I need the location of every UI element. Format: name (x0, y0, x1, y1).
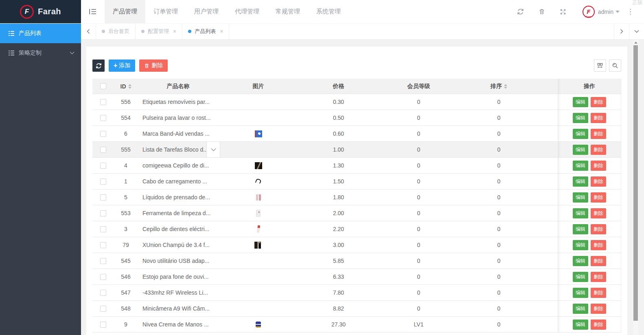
tab[interactable]: 后台首页 (96, 24, 136, 39)
row-checkbox[interactable] (100, 194, 106, 201)
cell-id: 553 (114, 205, 138, 221)
edit-button[interactable]: 编辑 (573, 224, 588, 234)
edit-button[interactable]: 编辑 (573, 240, 588, 250)
tab[interactable]: 配置管理 × (136, 24, 182, 39)
edit-button[interactable]: 编辑 (573, 288, 588, 298)
username-label[interactable]: admin (598, 9, 613, 15)
cell-operations: 编辑 删除 (558, 221, 621, 237)
delete-selected-button[interactable]: 删除 (139, 60, 168, 72)
cell-image (218, 301, 298, 316)
add-button[interactable]: + 添加 (109, 60, 135, 72)
row-delete-button[interactable]: 删除 (591, 288, 606, 298)
table-search-button[interactable] (609, 60, 621, 72)
edit-button[interactable]: 编辑 (573, 97, 588, 107)
product-thumbnail[interactable] (255, 162, 262, 169)
more-menu-icon[interactable]: ⋮ (623, 7, 638, 16)
row-delete-button[interactable]: 删除 (591, 224, 606, 234)
top-nav-item[interactable]: 用户管理 (186, 0, 227, 23)
cell-operations: 编辑 删除 (558, 158, 621, 173)
columns-filter-button[interactable] (594, 60, 606, 72)
cell-member-level: 0 (379, 301, 459, 316)
row-expand-button[interactable] (206, 141, 220, 158)
edit-button[interactable]: 编辑 (573, 113, 588, 123)
row-checkbox[interactable] (100, 274, 106, 280)
top-nav-item[interactable]: 产品管理 (105, 0, 145, 23)
row-delete-button[interactable]: 删除 (591, 113, 606, 123)
page-scrollbar[interactable] (633, 40, 638, 335)
product-thumbnail[interactable] (256, 322, 261, 328)
product-thumbnail[interactable] (255, 178, 261, 184)
edit-button[interactable]: 编辑 (573, 161, 588, 171)
edit-button[interactable]: 编辑 (573, 192, 588, 203)
column-header-sort[interactable]: 排序 (459, 79, 539, 94)
row-checkbox[interactable] (100, 258, 106, 264)
table-row: 5 Líquidos de prensado de... 1.80 0 0 编辑… (92, 190, 621, 205)
product-thumbnail[interactable] (254, 242, 262, 249)
user-dropdown-caret-icon[interactable] (616, 11, 620, 13)
row-delete-button[interactable]: 删除 (591, 272, 606, 282)
edit-button[interactable]: 编辑 (573, 304, 588, 314)
row-checkbox[interactable] (100, 99, 106, 105)
product-thumbnail[interactable] (256, 210, 261, 217)
row-checkbox[interactable] (100, 179, 106, 185)
row-delete-button[interactable]: 删除 (591, 161, 606, 171)
row-delete-button[interactable]: 删除 (591, 97, 606, 107)
trash-icon[interactable] (531, 8, 552, 15)
product-thumbnail[interactable] (255, 130, 262, 137)
tab-close-icon[interactable]: × (173, 28, 176, 35)
top-nav-item[interactable]: 系统管理 (308, 0, 349, 23)
top-nav-item[interactable]: 订单管理 (145, 0, 186, 23)
product-thumbnail[interactable] (256, 225, 260, 233)
row-delete-button[interactable]: 删除 (591, 320, 606, 330)
column-header-id[interactable]: ID (114, 79, 138, 94)
sidebar-item[interactable]: 产品列表 (0, 24, 81, 43)
row-checkbox[interactable] (100, 290, 106, 296)
scrollbar-thumb[interactable] (633, 45, 638, 321)
select-all-checkbox[interactable] (100, 83, 106, 89)
product-thumbnail[interactable] (256, 194, 261, 201)
row-delete-button[interactable]: 删除 (591, 129, 606, 139)
row-checkbox[interactable] (100, 242, 106, 248)
row-delete-button[interactable]: 删除 (591, 176, 606, 187)
row-delete-button[interactable]: 删除 (591, 192, 606, 203)
edit-button[interactable]: 编辑 (573, 176, 588, 187)
refresh-button[interactable] (92, 60, 105, 72)
sort-icon[interactable] (128, 84, 131, 89)
fullscreen-icon[interactable] (552, 9, 574, 15)
user-avatar[interactable]: F Farah (583, 6, 595, 18)
sidebar-toggle-button[interactable] (81, 0, 105, 23)
row-delete-button[interactable]: 删除 (591, 304, 606, 314)
edit-button[interactable]: 编辑 (573, 320, 588, 330)
edit-button[interactable]: 编辑 (573, 272, 588, 282)
row-checkbox[interactable] (100, 147, 106, 153)
edit-button[interactable]: 编辑 (573, 208, 588, 218)
tabs-scroll-right-button[interactable] (614, 24, 629, 39)
tab[interactable]: 产品列表 × (182, 24, 229, 39)
row-checkbox[interactable] (100, 163, 106, 169)
sidebar-item[interactable]: 策略定制 (0, 43, 81, 63)
top-nav-item[interactable]: 常规管理 (267, 0, 308, 23)
edit-button[interactable]: 编辑 (573, 256, 588, 266)
edit-button[interactable]: 编辑 (573, 145, 588, 155)
scrollbar-up-button[interactable] (633, 40, 638, 45)
row-checkbox[interactable] (100, 210, 106, 216)
tabs-menu-button[interactable] (629, 24, 644, 39)
row-checkbox[interactable] (100, 306, 106, 312)
row-delete-button[interactable]: 删除 (591, 256, 606, 266)
row-checkbox[interactable] (100, 131, 106, 137)
sort-icon[interactable] (504, 84, 507, 89)
row-delete-button[interactable]: 删除 (591, 240, 606, 250)
table-row: 547 -433mhz RF Wireless Li... 7.80 0 0 编… (92, 285, 621, 301)
edit-button[interactable]: 编辑 (573, 129, 588, 139)
brand-logo[interactable]: F Farah (0, 0, 81, 23)
row-checkbox[interactable] (100, 115, 106, 121)
row-checkbox[interactable] (100, 226, 106, 232)
tab-close-icon[interactable]: × (220, 28, 223, 35)
row-delete-button[interactable]: 删除 (591, 145, 606, 155)
top-nav-item[interactable]: 代理管理 (227, 0, 267, 23)
refresh-icon[interactable] (510, 8, 531, 15)
tabs-scroll-left-button[interactable] (81, 24, 96, 39)
cell-sort: 0 (459, 301, 539, 316)
row-checkbox[interactable] (100, 322, 106, 328)
row-delete-button[interactable]: 删除 (591, 208, 606, 218)
